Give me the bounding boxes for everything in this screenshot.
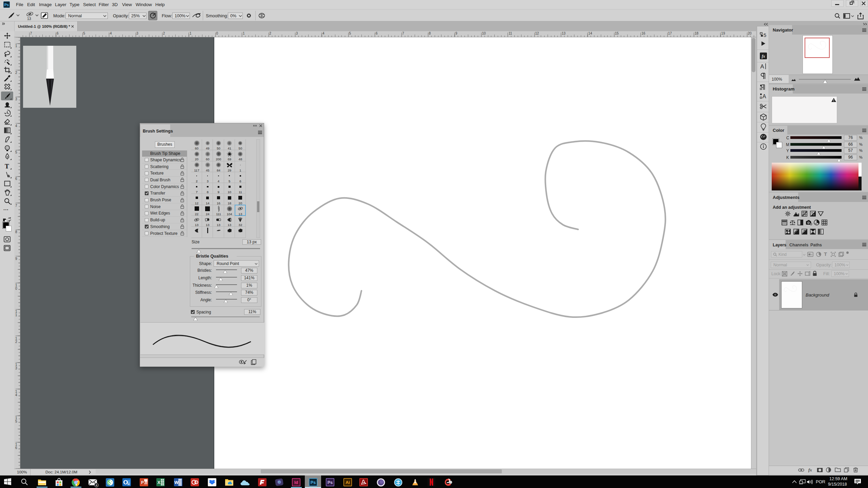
svg-text:5: 5 [764, 32, 766, 38]
svg-text:A: A [763, 94, 766, 99]
svg-text:X: X [157, 480, 160, 485]
svg-text:A: A [760, 63, 764, 69]
svg-text:P: P [141, 480, 144, 485]
svg-text:Id: Id [294, 480, 298, 485]
svg-text:Ps: Ps [311, 480, 316, 485]
svg-text:W: W [174, 480, 179, 485]
svg-text:Ai: Ai [346, 480, 350, 485]
svg-text:Ps: Ps [328, 480, 333, 485]
svg-text:fx: fx [762, 54, 765, 59]
